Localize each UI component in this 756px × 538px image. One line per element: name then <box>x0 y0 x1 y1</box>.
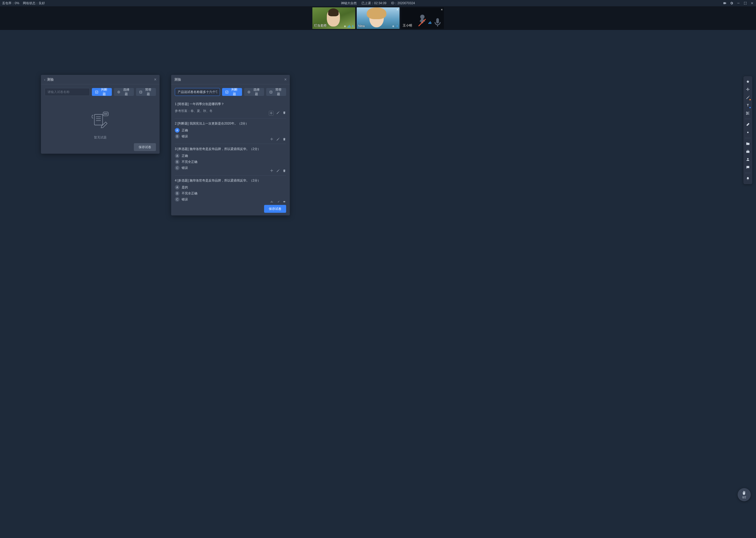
tile-close-icon[interactable]: × <box>441 8 443 12</box>
add-judge-button[interactable]: 判断题 <box>222 88 242 96</box>
add-short-button[interactable]: T 简答题 <box>136 88 156 96</box>
option-bubble: A <box>175 153 179 158</box>
move-icon[interactable] <box>270 200 273 202</box>
svg-point-17 <box>104 114 105 114</box>
video-tile-student[interactable]: × 王小明 <box>401 7 444 29</box>
right-toolbar: T <box>743 76 752 184</box>
edit-icon[interactable] <box>276 137 280 141</box>
participant-name: 叮当老师 <box>314 24 327 28</box>
panel-close-icon[interactable]: × <box>284 77 287 82</box>
move-icon[interactable] <box>270 137 273 141</box>
move-icon[interactable] <box>269 111 273 116</box>
question-item: 4 [多选题] 施华洛世奇是反华品牌，所以梁鼎琪反华。（2分）A是的B不完全正确… <box>175 176 286 202</box>
video-tile-teacher[interactable]: 叮当老师 <box>312 7 355 29</box>
participant-name: Nina <box>358 24 365 28</box>
panel-title: 测验 <box>174 77 181 82</box>
delete-icon[interactable] <box>282 111 286 115</box>
quiz-name-input[interactable] <box>45 88 90 96</box>
edit-icon[interactable] <box>276 111 280 115</box>
edit-icon[interactable] <box>276 200 280 202</box>
tile-close-icon[interactable]: × <box>397 8 398 12</box>
packet-loss: 丢包率：0% <box>2 1 19 6</box>
user-tool[interactable] <box>744 156 751 163</box>
question-title: 4 [多选题] 施华洛世奇是反华品牌，所以梁鼎琪反华。（2分） <box>175 178 286 183</box>
network-status: 网络状态：良好 <box>23 1 45 6</box>
svg-point-30 <box>747 158 748 159</box>
move-tool[interactable] <box>744 86 751 93</box>
svg-text:T: T <box>271 91 272 93</box>
option-label: 不完全正确 <box>182 191 197 196</box>
move-icon[interactable] <box>270 169 273 173</box>
option-row[interactable]: B不完全正确 <box>175 191 286 196</box>
question-title: 1 [简答题] 一年四季分别是哪四季？ <box>175 102 286 106</box>
svg-point-28 <box>747 132 748 133</box>
option-row[interactable]: A正确 <box>175 128 286 133</box>
pen-tool[interactable] <box>744 94 751 101</box>
option-row[interactable]: C错误 <box>175 197 286 202</box>
edit-icon[interactable] <box>276 169 280 173</box>
close-icon[interactable] <box>750 1 754 5</box>
option-bubble: A <box>175 185 179 190</box>
quiz-name-input[interactable] <box>175 88 220 96</box>
save-quiz-button[interactable]: 保存试卷 <box>134 143 156 151</box>
add-choice-button[interactable]: 选择题 <box>114 88 134 96</box>
add-short-button[interactable]: T 简答题 <box>266 88 286 96</box>
add-choice-button[interactable]: 选择题 <box>244 88 264 96</box>
svg-point-2 <box>345 26 345 27</box>
question-item: 3 [单选题] 施华洛世奇是反华品牌，所以梁鼎琪反华。（2分）A正确B不完全正确… <box>175 144 286 176</box>
bell-tool[interactable] <box>744 175 751 182</box>
minimize-icon[interactable] <box>736 1 740 5</box>
delete-icon[interactable] <box>282 200 286 202</box>
eraser-tool[interactable] <box>744 121 751 128</box>
quiz-panel-empty: ‹ 测验 × 判断题 选择题 T 简答题 <box>41 75 160 154</box>
option-label: 错误 <box>182 134 188 139</box>
empty-state: 暂无试题 <box>45 99 156 140</box>
raise-hand-badge[interactable]: 0/2 <box>737 488 751 501</box>
option-bubble: B <box>175 191 179 196</box>
option-bubble: B <box>175 134 179 139</box>
delete-icon[interactable] <box>282 169 286 173</box>
folder-tool[interactable] <box>744 140 751 147</box>
option-label: 是的 <box>182 185 188 190</box>
cursor-tool[interactable] <box>744 78 751 85</box>
color-tool[interactable] <box>744 129 751 136</box>
toolbox-tool[interactable] <box>744 148 751 155</box>
save-quiz-button[interactable]: 保存试卷 <box>264 205 286 213</box>
option-bubble: C <box>175 166 179 170</box>
settings-icon[interactable] <box>730 1 733 5</box>
svg-rect-29 <box>746 151 749 153</box>
camera-icon[interactable] <box>723 1 727 5</box>
class-duration: 已上课：02:34:09 <box>361 1 386 6</box>
question-tools <box>270 200 286 202</box>
svg-rect-7 <box>96 91 98 93</box>
delete-icon[interactable] <box>282 137 286 141</box>
svg-point-18 <box>105 114 106 114</box>
text-tool[interactable]: T <box>744 102 751 109</box>
audio-status <box>343 25 354 28</box>
add-judge-button[interactable]: 判断题 <box>92 88 112 96</box>
option-row[interactable]: B不完全正确 <box>175 159 286 164</box>
scissors-tool[interactable] <box>744 110 751 117</box>
panel-title: 测验 <box>47 77 54 82</box>
back-icon[interactable]: ‹ <box>44 78 45 82</box>
question-title: 3 [单选题] 施华洛世奇是反华品牌，所以梁鼎琪反华。（2分） <box>175 146 286 151</box>
option-row[interactable]: C错误 <box>175 166 286 170</box>
option-bubble: A <box>175 128 179 133</box>
option-label: 错误 <box>182 197 188 202</box>
panel-header: 测验 × <box>171 75 290 84</box>
panel-close-icon[interactable]: × <box>154 77 157 82</box>
option-row[interactable]: A正确 <box>175 153 286 158</box>
option-label: 错误 <box>182 166 188 170</box>
option-row[interactable]: B错误 <box>175 134 286 139</box>
hand-count: 0/2 <box>742 496 746 499</box>
question-title: 2 [判断题] 我国宪法上一次更新是在2020年。（2分） <box>175 121 286 126</box>
option-row[interactable]: A是的 <box>175 185 286 190</box>
svg-point-4 <box>393 26 394 27</box>
maximize-icon[interactable] <box>743 1 747 5</box>
video-tile-student[interactable]: × Nina <box>357 7 400 29</box>
svg-point-9 <box>118 91 119 92</box>
chat-tool[interactable] <box>744 164 751 171</box>
option-bubble: B <box>175 159 179 164</box>
panel-header: ‹ 测验 × <box>41 75 160 84</box>
option-label: 正确 <box>182 154 188 158</box>
